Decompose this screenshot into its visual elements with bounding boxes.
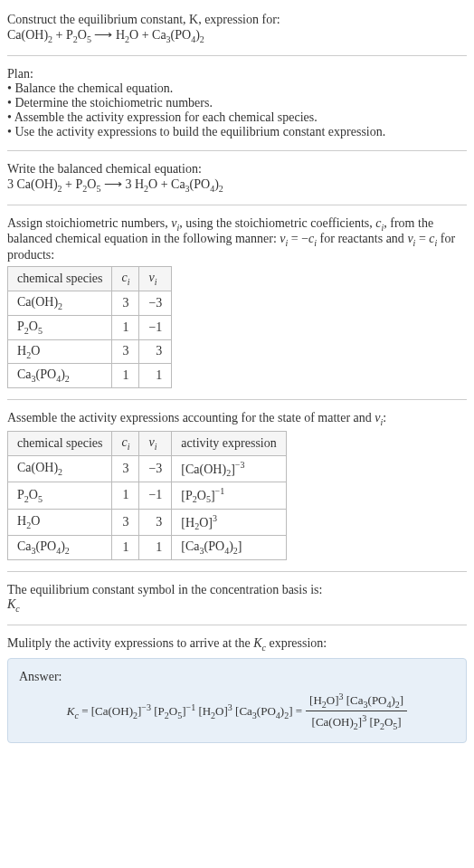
- kc-left: Kc = [Ca(OH)2]−3 [P2O5]−1 [H2O]3 [Ca3(PO…: [67, 702, 302, 720]
- table-row: Ca3(PO4)2 1 1: [8, 364, 172, 388]
- plan-bullet: • Balance the chemical equation.: [7, 81, 467, 96]
- assign-section: Assign stoichiometric numbers, νi, using…: [7, 216, 467, 389]
- intro-equation: Ca(OH)2 + P2O5 ⟶ H2O + Ca3(PO4)2: [7, 27, 467, 44]
- stoich-table: chemical species ci νi Ca(OH)2 3 −3 P2O5…: [7, 266, 172, 388]
- ci-cell: 3: [112, 455, 139, 482]
- nui-cell: −3: [139, 455, 172, 482]
- plan-header: Plan:: [7, 67, 467, 81]
- table-row: H2O 3 3: [8, 339, 172, 364]
- plan: Plan: • Balance the chemical equation. •…: [7, 67, 467, 139]
- species-cell: H2O: [8, 509, 112, 535]
- nui-cell: 1: [139, 536, 172, 560]
- species-cell: Ca(OH)2: [8, 291, 112, 315]
- kc-fraction: [H2O]3 [Ca3(PO4)2] [Ca(OH)2]3 [P2O5]: [306, 692, 407, 732]
- kc-symbol: Kc: [7, 597, 467, 614]
- col-nui: νi: [139, 431, 172, 455]
- species-cell: P2O5: [8, 315, 112, 339]
- plan-bullet: • Determine the stoichiometric numbers.: [7, 96, 467, 110]
- ci-cell: 3: [112, 509, 139, 535]
- col-activity: activity expression: [172, 431, 286, 455]
- ci-cell: 1: [112, 536, 139, 560]
- activity-cell: [H2O]3: [172, 509, 286, 535]
- activity-cell: [P2O5]−1: [172, 482, 286, 509]
- table-row: H2O 3 3 [H2O]3: [8, 509, 287, 535]
- nui-cell: −3: [139, 291, 172, 315]
- activity-cell: [Ca3(PO4)2]: [172, 536, 286, 560]
- species-cell: H2O: [8, 339, 112, 364]
- species-cell: Ca3(PO4)2: [8, 364, 112, 388]
- species-cell: Ca3(PO4)2: [8, 536, 112, 560]
- ci-cell: 3: [112, 339, 139, 364]
- activity-table: chemical species ci νi activity expressi…: [7, 431, 287, 560]
- col-nui: νi: [139, 267, 172, 291]
- assemble-section: Assemble the activity expressions accoun…: [7, 411, 467, 560]
- col-ci: ci: [112, 267, 139, 291]
- species-cell: Ca(OH)2: [8, 455, 112, 482]
- intro-line1: Construct the equilibrium constant, K, e…: [7, 13, 467, 27]
- table-row: P2O5 1 −1 [P2O5]−1: [8, 482, 287, 509]
- plan-bullet: • Use the activity expressions to build …: [7, 125, 467, 139]
- activity-cell: [Ca(OH)2]−3: [172, 455, 286, 482]
- divider: [7, 55, 467, 56]
- nui-cell: −1: [139, 315, 172, 339]
- kc-numerator: [H2O]3 [Ca3(PO4)2]: [306, 692, 407, 712]
- nui-cell: 1: [139, 364, 172, 388]
- balanced-section: Write the balanced chemical equation: 3 …: [7, 162, 467, 194]
- divider: [7, 205, 467, 205]
- table-row: Ca(OH)2 3 −3 [Ca(OH)2]−3: [8, 455, 287, 482]
- divider: [7, 399, 467, 400]
- kc-symbol-section: The equilibrium constant symbol in the c…: [7, 583, 467, 614]
- ci-cell: 3: [112, 291, 139, 315]
- kc-denominator: [Ca(OH)2]3 [P2O5]: [308, 711, 405, 731]
- plan-bullet: • Assemble the activity expression for e…: [7, 110, 467, 125]
- divider: [7, 150, 467, 151]
- kc-expression: Kc = [Ca(OH)2]−3 [P2O5]−1 [H2O]3 [Ca3(PO…: [19, 692, 455, 732]
- balanced-equation: 3 Ca(OH)2 + P2O5 ⟶ 3 H2O + Ca3(PO4)2: [7, 176, 467, 194]
- species-cell: P2O5: [8, 482, 112, 509]
- divider: [7, 625, 467, 625]
- ci-cell: 1: [112, 482, 139, 509]
- divider: [7, 571, 467, 572]
- nui-cell: −1: [139, 482, 172, 509]
- table-row: P2O5 1 −1: [8, 315, 172, 339]
- nui-cell: 3: [139, 339, 172, 364]
- col-species: chemical species: [8, 267, 112, 291]
- multiply-section: Mulitply the activity expressions to arr…: [7, 636, 467, 653]
- table-header-row: chemical species ci νi: [8, 267, 172, 291]
- table-row: Ca(OH)2 3 −3: [8, 291, 172, 315]
- answer-box: Answer: Kc = [Ca(OH)2]−3 [P2O5]−1 [H2O]3…: [7, 658, 467, 744]
- intro: Construct the equilibrium constant, K, e…: [7, 13, 467, 44]
- table-header-row: chemical species ci νi activity expressi…: [8, 431, 287, 455]
- ci-cell: 1: [112, 315, 139, 339]
- ci-cell: 1: [112, 364, 139, 388]
- nui-cell: 3: [139, 509, 172, 535]
- col-ci: ci: [112, 431, 139, 455]
- balanced-header: Write the balanced chemical equation:: [7, 162, 467, 176]
- kc-symbol-text: The equilibrium constant symbol in the c…: [7, 583, 467, 597]
- col-species: chemical species: [8, 431, 112, 455]
- table-row: Ca3(PO4)2 1 1 [Ca3(PO4)2]: [8, 536, 287, 560]
- answer-label: Answer:: [19, 670, 455, 684]
